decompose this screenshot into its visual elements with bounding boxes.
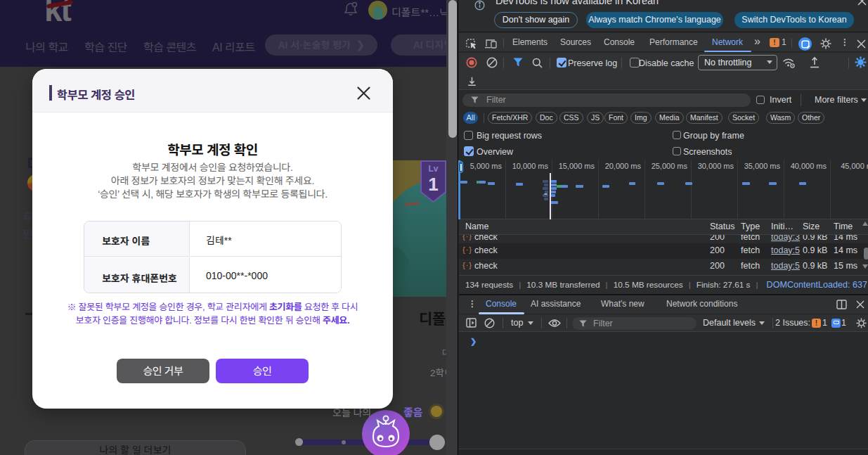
svg-text:1: 1 (428, 174, 438, 195)
svg-text:Lv: Lv (428, 164, 438, 174)
